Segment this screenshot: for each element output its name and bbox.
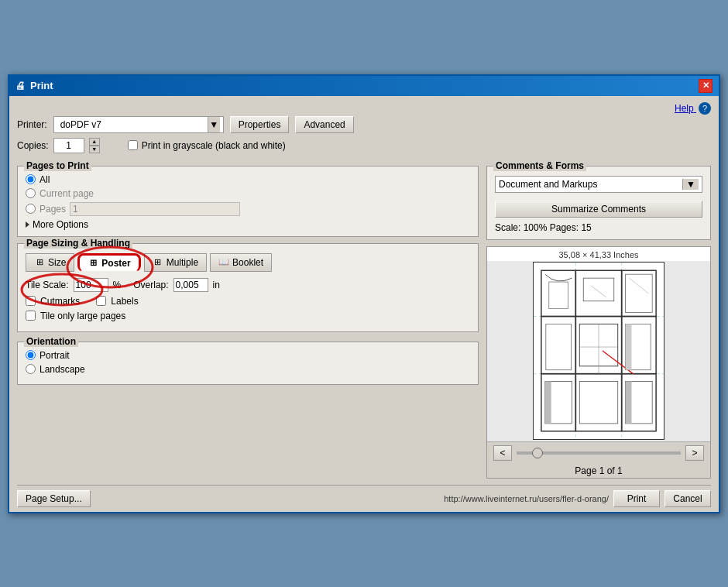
pages-label: Pages <box>39 204 66 215</box>
comments-title: Comments & Forms <box>493 160 586 171</box>
close-button[interactable]: ✕ <box>699 79 713 93</box>
printer-select[interactable]: doPDF v7 ▼ <box>53 116 224 133</box>
comments-group: Comments & Forms Document and Markups ▼ … <box>486 166 711 240</box>
tabs-row: ⊞ Size ⊞ Poster <box>26 253 470 272</box>
landscape-row: Landscape <box>26 364 470 375</box>
help-link[interactable]: Help ? <box>675 102 711 115</box>
page-sizing-title: Page Sizing & Handling <box>24 238 132 249</box>
tile-scale-unit: % <box>113 280 122 290</box>
copies-spinner: ▲ ▼ <box>89 138 100 153</box>
overlap-input[interactable] <box>173 278 208 292</box>
nav-row: < > <box>487 441 710 464</box>
multiple-icon: ⊞ <box>153 257 163 268</box>
help-icon: ? <box>699 102 711 115</box>
left-panel: Pages to Print All Current page Pages <box>17 166 479 479</box>
copies-down[interactable]: ▼ <box>89 146 100 153</box>
more-options-label: More Options <box>33 219 88 230</box>
cutmarks-row: Cutmarks Labels <box>26 296 470 307</box>
landscape-label: Landscape <box>39 364 85 375</box>
comments-dropdown-arrow: ▼ <box>682 179 699 190</box>
poster-tab-label: Poster <box>101 258 130 269</box>
left-spacer <box>17 391 479 479</box>
comments-select[interactable]: Document and Markups ▼ <box>495 176 702 193</box>
copies-up[interactable]: ▲ <box>89 138 100 146</box>
comments-selected-value: Document and Markups <box>499 179 597 190</box>
tile-large-checkbox[interactable] <box>26 311 36 321</box>
page-setup-button[interactable]: Page Setup... <box>17 490 91 507</box>
bottom-row: Page Setup... http://www.liveinternet.ru… <box>17 485 711 507</box>
blueprint <box>533 262 664 440</box>
copies-input[interactable] <box>53 138 84 153</box>
all-radio-row: All <box>26 174 470 185</box>
grayscale-checkbox[interactable] <box>128 140 138 150</box>
tile-scale-label: Tile Scale: <box>26 280 69 290</box>
prev-page-button[interactable]: < <box>493 445 512 461</box>
more-options[interactable]: More Options <box>26 219 470 230</box>
poster-tab[interactable]: ⊞ Poster <box>77 253 140 272</box>
booklet-icon: 📖 <box>218 257 229 268</box>
right-panel: Comments & Forms Document and Markups ▼ … <box>486 166 711 479</box>
next-page-button[interactable]: > <box>685 445 704 461</box>
blueprint-svg <box>534 263 664 439</box>
cutmarks-label: Cutmarks <box>40 296 80 307</box>
cancel-button[interactable]: Cancel <box>664 490 711 507</box>
print-button[interactable]: Print <box>613 490 660 507</box>
orientation-group: Orientation Portrait Landscape <box>17 342 479 385</box>
more-options-triangle <box>26 221 29 228</box>
preview-dimensions: 35,08 × 41,33 Inches <box>487 247 710 261</box>
properties-button[interactable]: Properties <box>230 116 290 133</box>
copies-label: Copies: <box>17 140 49 151</box>
multiple-tab-label: Multiple <box>167 257 198 268</box>
svg-rect-30 <box>545 382 551 424</box>
page-label: Page 1 of 1 <box>487 464 710 478</box>
tile-large-label: Tile only large pages <box>40 311 125 321</box>
booklet-tab[interactable]: 📖 Booklet <box>210 253 272 272</box>
grayscale-label: Print in grayscale (black and white) <box>142 140 286 151</box>
print-dialog: 🖨 Print ✕ Help ? Printer: doPDF v7 ▼ Pro… <box>8 74 720 513</box>
cutmarks-checkbox[interactable] <box>26 296 36 306</box>
all-radio[interactable] <box>26 174 36 184</box>
landscape-radio[interactable] <box>26 364 36 374</box>
page-slider-thumb <box>532 448 543 458</box>
printer-row: Printer: doPDF v7 ▼ Properties Advanced <box>17 116 711 133</box>
dialog-title: Print <box>30 80 53 91</box>
summarize-comments-button[interactable]: Summarize Comments <box>495 201 702 218</box>
pages-group-title: Pages to Print <box>24 160 91 171</box>
size-tab-label: Size <box>48 257 66 268</box>
current-page-radio[interactable] <box>26 188 36 198</box>
tile-large-row: Tile only large pages <box>26 311 470 321</box>
portrait-radio[interactable] <box>26 350 36 360</box>
comments-dropdown-row: Document and Markups ▼ <box>495 176 702 193</box>
page-sizing-group: Page Sizing & Handling ⊞ Size ⊞ Poster <box>17 243 479 332</box>
printer-dropdown-arrow[interactable]: ▼ <box>208 117 220 132</box>
labels-label: Labels <box>111 296 138 307</box>
printer-value: doPDF v7 <box>57 119 208 130</box>
footer-url: http://www.liveinternet.ru/users/fler-d-… <box>444 494 609 503</box>
page-slider[interactable] <box>517 451 681 455</box>
poster-icon: ⊞ <box>88 258 98 269</box>
orientation-title: Orientation <box>24 336 78 347</box>
current-page-label: Current page <box>39 188 94 199</box>
multiple-tab[interactable]: ⊞ Multiple <box>144 253 207 272</box>
title-bar: 🖨 Print ✕ <box>9 76 719 96</box>
overlap-label: Overlap: <box>133 280 168 290</box>
advanced-button[interactable]: Advanced <box>295 116 353 133</box>
dialog-icon: 🖨 <box>15 80 26 91</box>
main-area: Pages to Print All Current page Pages <box>17 166 711 479</box>
tile-scale-row: Tile Scale: % Overlap: in <box>26 278 470 292</box>
pages-radio[interactable] <box>26 204 36 214</box>
all-label: All <box>39 174 50 185</box>
booklet-tab-label: Booklet <box>232 257 263 268</box>
scale-info: Scale: 100% Pages: 15 <box>495 222 702 233</box>
poster-settings: Tile Scale: % Overlap: in <box>26 278 470 321</box>
preview-box: 35,08 × 41,33 Inches <box>486 246 711 479</box>
pages-input[interactable] <box>70 202 240 216</box>
labels-checkbox[interactable] <box>96 296 106 306</box>
portrait-row: Portrait <box>26 350 470 361</box>
bottom-right: http://www.liveinternet.ru/users/fler-d-… <box>444 490 711 507</box>
tile-scale-input[interactable] <box>74 278 108 292</box>
size-tab[interactable]: ⊞ Size <box>26 253 74 272</box>
overlap-unit: in <box>213 280 220 290</box>
svg-rect-31 <box>626 382 632 424</box>
printer-label: Printer: <box>17 119 47 130</box>
